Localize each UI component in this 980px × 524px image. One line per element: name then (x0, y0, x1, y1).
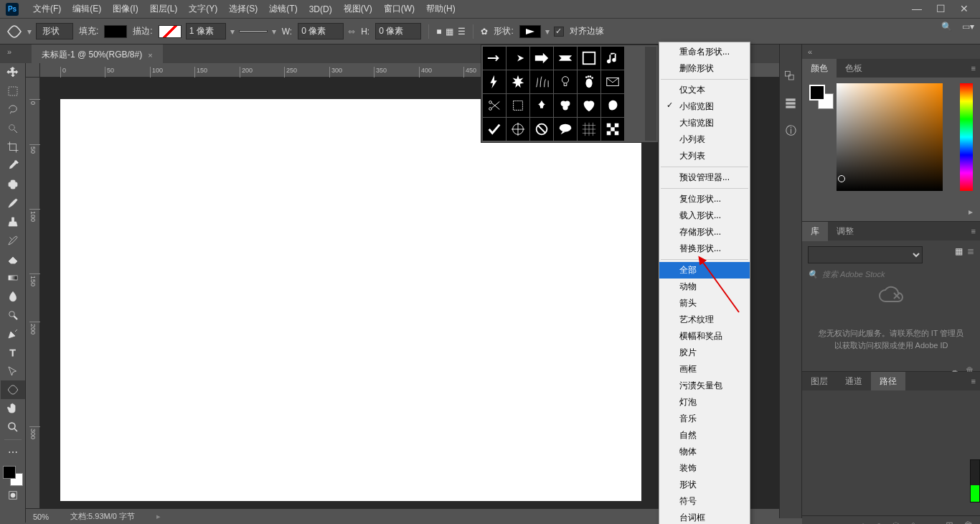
tab-channels[interactable]: 通道 (837, 372, 871, 391)
shape-fleur[interactable] (530, 94, 553, 117)
path-select-tool[interactable] (1, 362, 25, 380)
align-edges-checkbox[interactable]: ✓ (554, 27, 564, 37)
path-align-icon[interactable]: ▦ (446, 27, 453, 37)
menu-large-list[interactable]: 大列表 (659, 148, 750, 164)
type-tool[interactable]: T (1, 343, 25, 362)
shape-bulb[interactable] (554, 70, 577, 93)
shape-scissors[interactable] (483, 94, 506, 117)
shape-check[interactable] (483, 118, 506, 141)
shape-stamp[interactable] (507, 94, 529, 117)
menu-symbols[interactable]: 符号 (659, 493, 750, 510)
libs-search-placeholder[interactable]: 搜索 Adobe Stock (822, 269, 885, 280)
history-brush-tool[interactable] (1, 231, 25, 250)
panel-menu-icon[interactable]: ≡ (971, 64, 976, 72)
shape-target[interactable] (507, 118, 529, 141)
shape-arrow-bold[interactable] (507, 47, 529, 70)
shape-hatch[interactable] (578, 118, 600, 141)
fill-swatch[interactable] (104, 25, 127, 38)
selection-to-path-icon[interactable]: ◇ (910, 520, 917, 524)
eraser-tool[interactable] (1, 250, 25, 268)
menu-replace-shapes[interactable]: 替换形状... (659, 240, 750, 257)
hue-slider[interactable] (960, 83, 973, 191)
shape-grass[interactable] (530, 70, 553, 93)
grid-view-icon[interactable]: ▦ (955, 246, 963, 256)
shape-chevron-icon[interactable]: ▾ (545, 27, 550, 37)
shape-ribbon[interactable] (554, 47, 577, 70)
menu-ornaments[interactable]: 装饰 (659, 460, 750, 477)
menu-type[interactable]: 文字(Y) (183, 0, 223, 18)
menu-talk-bubbles[interactable]: 台词框 (659, 510, 750, 524)
menu-edit[interactable]: 编辑(E) (67, 0, 107, 18)
menu-grime[interactable]: 污渍矢量包 (659, 378, 750, 394)
menu-artistic[interactable]: 艺术纹理 (659, 312, 750, 328)
menu-filter[interactable]: 滤镜(T) (263, 0, 303, 18)
custom-shape-tool[interactable] (1, 380, 25, 399)
menu-small-list[interactable]: 小列表 (659, 131, 750, 148)
path-to-selection-icon[interactable]: ◌ (892, 520, 900, 524)
tab-libraries[interactable]: 库 (802, 222, 828, 241)
menu-window[interactable]: 窗口(W) (378, 0, 420, 18)
library-select[interactable] (808, 246, 923, 263)
panel-menu-icon[interactable]: ≡ (971, 227, 976, 235)
menu-save-shapes[interactable]: 存储形状... (659, 224, 750, 240)
tool-chevron-icon[interactable]: ▾ (27, 27, 32, 37)
crop-tool[interactable] (1, 138, 25, 156)
tab-color[interactable]: 颜色 (802, 59, 837, 78)
status-chevron-icon[interactable]: ▸ (156, 512, 161, 521)
tab-adjustments[interactable]: 调整 (828, 222, 862, 241)
foreground-color[interactable] (3, 466, 16, 479)
dodge-tool[interactable] (1, 306, 25, 324)
eyedropper-tool[interactable] (1, 156, 25, 175)
pen-tool[interactable] (1, 324, 25, 343)
menu-objects[interactable]: 物体 (659, 444, 750, 460)
maximize-icon[interactable]: ☐ (936, 3, 946, 14)
shape-foot[interactable] (578, 70, 600, 93)
menu-image[interactable]: 图像(I) (107, 0, 143, 18)
stroke-style-preview[interactable] (239, 30, 268, 32)
info-panel-icon[interactable]: ⓘ (783, 123, 798, 138)
marquee-tool[interactable] (1, 82, 25, 100)
color-chevron-icon[interactable]: ▸ (969, 207, 973, 217)
shape-no[interactable] (530, 118, 553, 141)
menu-select[interactable]: 选择(S) (223, 0, 263, 18)
shape-blob[interactable] (601, 94, 624, 117)
stroke-width-field[interactable]: 1 像素 (186, 23, 226, 39)
list-view-icon[interactable]: ≣ (967, 246, 974, 256)
search-icon[interactable]: 🔍 (941, 22, 952, 32)
lasso-tool[interactable] (1, 100, 25, 119)
menu-text-only[interactable]: 仅文本 (659, 82, 750, 98)
shape-starburst[interactable] (507, 70, 529, 93)
path-operations-icon[interactable]: ■ (436, 27, 441, 37)
panel-menu-icon[interactable]: ≡ (971, 377, 976, 385)
color-picker-marker[interactable] (838, 175, 845, 182)
panel-collapse-icon[interactable]: « (802, 45, 980, 59)
quickmask-icon[interactable] (1, 486, 25, 505)
minimize-icon[interactable]: — (912, 3, 922, 14)
ruler-vertical[interactable]: 0 50 100 150 200 300 (26, 78, 40, 524)
canvas[interactable] (60, 99, 641, 501)
healing-tool[interactable] (1, 175, 25, 194)
stroke-style-chevron-icon[interactable]: ▾ (272, 27, 276, 37)
edit-toolbar-icon[interactable]: ⋯ (1, 443, 25, 462)
link-wh-icon[interactable]: ⇔ (348, 27, 355, 37)
zoom-tool[interactable] (1, 418, 25, 436)
menu-banners[interactable]: 横幅和奖品 (659, 328, 750, 345)
shape-clover[interactable] (554, 94, 577, 117)
shape-scrollbar[interactable] (645, 47, 656, 141)
menu-help[interactable]: 帮助(H) (420, 0, 461, 18)
menu-all[interactable]: 全部 (659, 262, 750, 279)
add-mask-icon[interactable]: ▭ (927, 520, 936, 524)
tab-swatches[interactable]: 色板 (837, 59, 871, 78)
shape-preview[interactable] (519, 25, 541, 38)
shape-lightning[interactable] (483, 70, 506, 93)
menu-delete-shape[interactable]: 删除形状 (659, 60, 750, 77)
menu-load-shapes[interactable]: 载入形状... (659, 207, 750, 224)
width-field[interactable]: 0 像素 (298, 23, 344, 39)
stroke-swatch[interactable] (159, 25, 182, 38)
shape-arrow-block[interactable] (530, 47, 553, 70)
path-arrange-icon[interactable]: ☰ (458, 27, 466, 37)
menu-animals[interactable]: 动物 (659, 279, 750, 295)
menu-rename-shape[interactable]: 重命名形状... (659, 44, 750, 60)
move-tool[interactable] (1, 63, 25, 82)
clone-tool[interactable] (1, 212, 25, 231)
